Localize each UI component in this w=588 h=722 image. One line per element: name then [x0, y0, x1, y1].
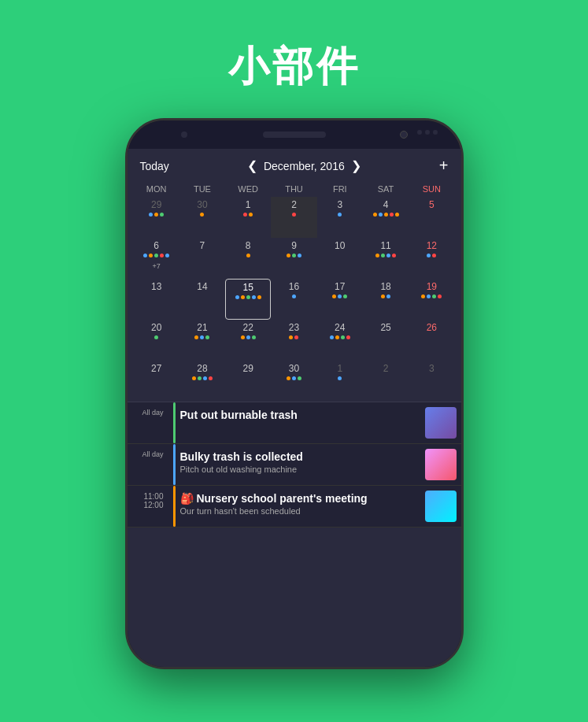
cal-cell-dec26[interactable]: 26	[409, 320, 454, 361]
cal-cell-nov29[interactable]: 29	[134, 197, 179, 238]
phone-dots-right	[417, 130, 438, 135]
phone-content: Today ❮ December, 2016 ❯ + MON TUE WED T…	[128, 149, 461, 667]
event-item-1[interactable]: All day Put out burnable trash	[128, 402, 461, 444]
event-avatar-1	[425, 407, 457, 439]
calendar-week-4: 20 21 22 23	[128, 320, 461, 361]
calendar-month-label: December, 2016	[264, 160, 345, 172]
day-label-mon: MON	[134, 181, 179, 197]
cal-cell-dec21[interactable]: 21	[179, 320, 225, 361]
cal-cell-dec16[interactable]: 16	[271, 279, 316, 320]
day-label-sun: SUN	[409, 181, 454, 197]
calendar-header: Today ❮ December, 2016 ❯ +	[128, 149, 461, 181]
calendar-widget: Today ❮ December, 2016 ❯ + MON TUE WED T…	[128, 149, 461, 528]
cal-cell-nov30[interactable]: 30	[179, 197, 225, 238]
event-content-3: 🎒 Nursery school parent's meeting Our tu…	[180, 486, 420, 527]
cal-cell-dec6[interactable]: 6 +7	[134, 238, 179, 279]
cal-cell-dec30[interactable]: 30	[271, 361, 316, 402]
cal-cell-dec24[interactable]: 24	[317, 320, 363, 361]
events-section: All day Put out burnable trash All day	[128, 402, 461, 528]
event-bar-3	[173, 486, 176, 527]
cal-cell-dec11[interactable]: 11	[363, 238, 409, 279]
cal-cell-dec7[interactable]: 7	[179, 238, 225, 279]
day-label-wed: WED	[225, 181, 271, 197]
cal-cell-dec1[interactable]: 1	[225, 197, 271, 238]
calendar-week-2: 6 +7 7 8 9	[128, 238, 461, 279]
cal-cell-dec3[interactable]: 3	[317, 197, 363, 238]
cal-cell-dec25[interactable]: 25	[363, 320, 409, 361]
event-avatar-3	[425, 491, 457, 522]
next-month-button[interactable]: ❯	[351, 158, 361, 173]
phone-mockup: Today ❮ December, 2016 ❯ + MON TUE WED T…	[125, 118, 464, 669]
day-label-sat: SAT	[363, 181, 409, 197]
cal-cell-jan1[interactable]: 1	[317, 361, 363, 402]
cal-cell-dec13[interactable]: 13	[134, 279, 179, 320]
day-label-fri: FRI	[317, 181, 363, 197]
cal-cell-dec15[interactable]: 15	[225, 279, 271, 320]
cal-cell-dec4[interactable]: 4	[363, 197, 409, 238]
calendar-nav: ❮ December, 2016 ❯	[247, 158, 361, 173]
phone-dot	[425, 130, 430, 135]
phone-sensor	[181, 131, 187, 138]
cal-cell-jan2[interactable]: 2	[363, 361, 409, 402]
cal-cell-dec9[interactable]: 9	[271, 238, 316, 279]
phone-camera	[400, 131, 408, 139]
phone-shell: Today ❮ December, 2016 ❯ + MON TUE WED T…	[125, 118, 464, 669]
cal-cell-dec28[interactable]: 28	[179, 361, 225, 402]
day-label-thu: THU	[271, 181, 316, 197]
cal-cell-dec22[interactable]: 22	[225, 320, 271, 361]
calendar-week-5: 27 28 29 30 1	[128, 361, 461, 402]
event-item-2[interactable]: All day Bulky trash is collected Pitch o…	[128, 444, 461, 486]
cal-cell-dec29[interactable]: 29	[225, 361, 271, 402]
cal-cell-dec10[interactable]: 10	[317, 238, 363, 279]
calendar-week-3: 13 14 15 16 17	[128, 279, 461, 320]
phone-dot	[417, 130, 422, 135]
event-time-1: All day	[128, 402, 168, 443]
calendar-week-1: 29 30 1 2 3	[128, 197, 461, 238]
calendar-day-labels: MON TUE WED THU FRI SAT SUN	[128, 181, 461, 197]
cal-cell-dec14[interactable]: 14	[179, 279, 225, 320]
cal-cell-dec20[interactable]: 20	[134, 320, 179, 361]
cal-cell-dec23[interactable]: 23	[271, 320, 316, 361]
prev-month-button[interactable]: ❮	[247, 158, 257, 173]
day-label-tue: TUE	[179, 181, 225, 197]
event-content-1: Put out burnable trash	[180, 402, 420, 443]
cal-cell-dec19[interactable]: 19	[409, 279, 454, 320]
phone-speaker	[263, 131, 326, 138]
event-time-2: All day	[128, 444, 168, 485]
page-title: 小部件	[228, 39, 361, 94]
event-item-3[interactable]: 11:00 12:00 🎒 Nursery school parent's me…	[128, 486, 461, 528]
event-time-3: 11:00 12:00	[128, 486, 168, 527]
event-content-2: Bulky trash is collected Pitch out old w…	[180, 444, 420, 485]
add-event-button[interactable]: +	[439, 157, 449, 175]
cal-cell-dec12[interactable]: 12	[409, 238, 454, 279]
event-bar-2	[173, 444, 176, 485]
cal-cell-dec18[interactable]: 18	[363, 279, 409, 320]
cal-cell-dec17[interactable]: 17	[317, 279, 363, 320]
cal-cell-jan3[interactable]: 3	[409, 361, 454, 402]
today-button[interactable]: Today	[140, 160, 169, 172]
cal-cell-dec8[interactable]: 8	[225, 238, 271, 279]
phone-top-bar	[128, 120, 461, 149]
event-avatar-2	[425, 449, 457, 480]
phone-dot	[433, 130, 438, 135]
cal-cell-dec2[interactable]: 2	[271, 197, 316, 238]
cal-cell-dec27[interactable]: 27	[134, 361, 179, 402]
cal-cell-dec5[interactable]: 5	[409, 197, 454, 238]
event-bar-1	[173, 402, 176, 443]
